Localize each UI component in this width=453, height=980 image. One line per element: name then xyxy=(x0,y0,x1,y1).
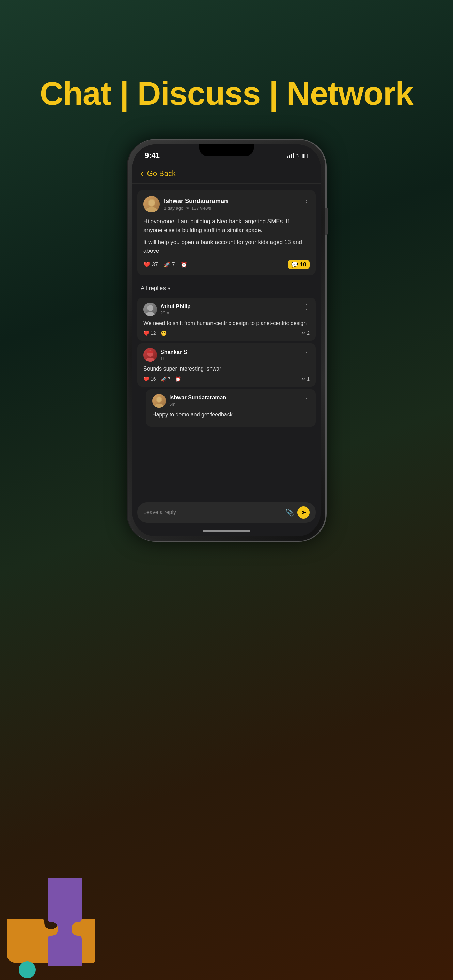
wifi-icon: ≈ xyxy=(296,153,299,159)
rocket-action[interactable]: 🚀 7 xyxy=(163,261,175,268)
chat-bubble-icon: 💬 xyxy=(291,261,298,268)
reply-header-2: Shankar S 1h ⋮ xyxy=(144,348,309,362)
reply-author-1: Athul Philip xyxy=(160,304,191,310)
status-time: 9:41 xyxy=(145,151,160,160)
post-card: Ishwar Sundararaman 1 day ago 👁 137 view… xyxy=(137,190,316,275)
chevron-down-icon: ▾ xyxy=(168,285,170,291)
phone-wrapper: 9:41 ≈ ▮▯ ‹ Go Back xyxy=(128,140,325,541)
reply-heart-count-1: 12 xyxy=(150,331,156,336)
reply-actions-2: ❤️ 16 🚀 7 ⏰ ↩ 1 xyxy=(144,376,309,382)
send-button[interactable]: ➤ xyxy=(297,506,309,519)
svg-point-4 xyxy=(146,312,155,316)
rocket-icon: 🚀 xyxy=(163,261,170,268)
avatar-ishwar-3 xyxy=(152,394,166,408)
post-avatar xyxy=(144,196,160,212)
heart-icon: ❤️ xyxy=(144,261,150,268)
reply-card-2: Shankar S 1h ⋮ Sounds super interesting … xyxy=(137,343,316,386)
reply-heart-1[interactable]: ❤️ 12 xyxy=(144,331,156,336)
svg-point-6 xyxy=(146,358,155,362)
reply-time-2: 1h xyxy=(160,356,187,361)
comment-badge[interactable]: 💬 10 xyxy=(288,260,309,269)
reply-text-3: Happy to demo and get feedback xyxy=(152,411,309,418)
post-author-name: Ishwar Sundararaman xyxy=(164,198,228,205)
alarm-action[interactable]: ⏰ xyxy=(180,261,187,268)
reply-menu-2-icon[interactable]: ⋮ xyxy=(303,348,309,356)
rocket-icon: 🚀 xyxy=(161,376,167,382)
post-actions: ❤️ 37 🚀 7 ⏰ 💬 10 xyxy=(144,260,309,269)
svg-point-10 xyxy=(157,397,161,402)
alarm-icon: ⏰ xyxy=(180,261,187,268)
reply-back-2[interactable]: ↩ 1 xyxy=(301,376,309,382)
post-author-row: Ishwar Sundararaman 1 day ago 👁 137 view… xyxy=(144,196,228,212)
svg-point-9 xyxy=(155,404,163,408)
heart-icon: ❤️ xyxy=(144,331,149,336)
post-header: Ishwar Sundararaman 1 day ago 👁 137 view… xyxy=(144,196,309,212)
go-back-label: Go Back xyxy=(147,169,176,178)
reply-heart-count-2: 16 xyxy=(150,376,156,382)
svg-point-1 xyxy=(146,207,157,212)
reply-header-3: Ishwar Sundararaman 5m ⋮ xyxy=(152,394,309,408)
reply-emoji-1[interactable]: 😊 xyxy=(161,331,167,336)
eye-icon: 👁 xyxy=(185,206,189,211)
battery-icon: ▮▯ xyxy=(302,153,308,159)
emoji-icon: 😊 xyxy=(161,331,167,336)
reply-text-2: Sounds super interesting Ishwar xyxy=(144,365,309,372)
input-placeholder[interactable]: Leave a reply xyxy=(144,509,282,515)
reply-author-row-1: Athul Philip 29m xyxy=(144,302,191,316)
reply-heart-2[interactable]: ❤️ 16 xyxy=(144,376,156,382)
reply-time-1: 29m xyxy=(160,310,191,315)
reply-count-1: 2 xyxy=(307,331,309,336)
post-text-1: Hi everyone. I am building a Neo bank ta… xyxy=(144,217,309,234)
heart-icon: ❤️ xyxy=(144,376,149,382)
reply-author-row-2: Shankar S 1h xyxy=(144,348,187,362)
reply-text-1: We need to shift from human-centric desi… xyxy=(144,320,309,327)
reply-menu-3-icon[interactable]: ⋮ xyxy=(303,394,309,402)
reply-menu-1-icon[interactable]: ⋮ xyxy=(303,302,309,311)
heart-count: 37 xyxy=(152,262,158,268)
notch xyxy=(199,144,254,156)
home-indicator xyxy=(203,530,250,532)
reply-back-1[interactable]: ↩ 2 xyxy=(301,331,309,336)
reply-count-2: 1 xyxy=(307,376,309,382)
avatar-shankar xyxy=(144,348,157,362)
send-icon: ➤ xyxy=(301,509,306,516)
reply-author-2: Shankar S xyxy=(160,349,187,355)
reply-author-3: Ishwar Sundararaman xyxy=(169,395,226,401)
signal-icon xyxy=(287,153,293,158)
svg-point-3 xyxy=(147,305,153,311)
reply-rocket-count-2: 7 xyxy=(168,376,171,382)
all-replies-bar[interactable]: All replies ▾ xyxy=(132,282,321,295)
avatar-athul xyxy=(144,302,157,316)
all-replies-label: All replies xyxy=(141,285,166,292)
rocket-count: 7 xyxy=(172,262,175,268)
phone-screen-bezel: 9:41 ≈ ▮▯ ‹ Go Back xyxy=(132,144,321,536)
post-text-2: It will help you open a bank account for… xyxy=(144,238,309,255)
reply-rocket-2[interactable]: 🚀 7 xyxy=(161,376,171,382)
go-back-bar[interactable]: ‹ Go Back xyxy=(132,162,321,184)
status-icons: ≈ ▮▯ xyxy=(287,153,308,159)
puzzle-decoration xyxy=(0,851,129,980)
reply-card-1: Athul Philip 29m ⋮ We need to shift from… xyxy=(137,298,316,340)
headline: Chat | Discuss | Network xyxy=(40,75,413,112)
svg-point-2 xyxy=(148,200,155,206)
reply-header-1: Athul Philip 29m ⋮ xyxy=(144,302,309,316)
reply-card-3: Ishwar Sundararaman 5m ⋮ Happy to demo a… xyxy=(146,389,316,427)
post-menu-icon[interactable]: ⋮ xyxy=(303,196,309,204)
post-meta: 1 day ago 👁 137 views xyxy=(164,205,228,211)
heart-action[interactable]: ❤️ 37 xyxy=(144,261,158,268)
svg-rect-7 xyxy=(147,351,153,353)
back-arrow-icon: ‹ xyxy=(141,168,144,179)
reply-arrow-icon: ↩ xyxy=(301,376,306,382)
svg-point-12 xyxy=(19,961,36,978)
reply-arrow-icon: ↩ xyxy=(301,331,306,336)
emoji-icon: ⏰ xyxy=(175,376,181,382)
attach-icon[interactable]: 📎 xyxy=(286,508,294,517)
app-content: ‹ Go Back xyxy=(132,162,321,536)
reply-actions-1: ❤️ 12 😊 ↩ 2 xyxy=(144,331,309,336)
reply-emoji-2[interactable]: ⏰ xyxy=(175,376,181,382)
reply-author-row-3: Ishwar Sundararaman 5m xyxy=(152,394,226,408)
comment-count: 10 xyxy=(300,262,306,268)
phone-shell: 9:41 ≈ ▮▯ ‹ Go Back xyxy=(128,140,325,541)
input-bar: Leave a reply 📎 ➤ xyxy=(137,502,316,523)
reply-time-3: 5m xyxy=(169,401,226,407)
